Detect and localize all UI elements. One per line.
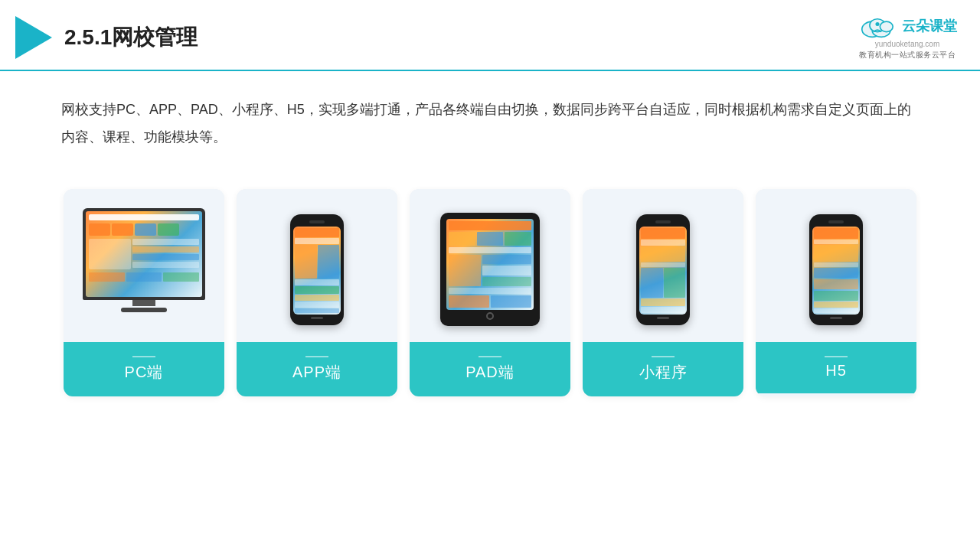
pc-stand [132, 300, 155, 306]
card-pad-image [410, 189, 570, 342]
logo-tagline: 教育机构一站式服务云平台 [859, 50, 956, 60]
description-text: 网校支持PC、APP、PAD、小程序、H5，实现多端打通，产品各终端自由切换，数… [0, 71, 980, 166]
card-app-label: APP端 [237, 342, 397, 396]
cloud-logo-container: 云朵课堂 [858, 14, 957, 38]
card-h5: H5 [756, 189, 916, 396]
phone-home-h5 [830, 317, 842, 319]
pc-mockup [79, 208, 209, 331]
card-app-image [237, 189, 397, 342]
card-app: APP端 [237, 189, 397, 396]
phone-screen [293, 227, 341, 315]
card-h5-image [756, 189, 916, 342]
pad-screen [446, 219, 534, 310]
card-pad: PAD端 [410, 189, 570, 396]
card-miniprogram-image [583, 189, 743, 342]
card-h5-label: H5 [756, 342, 916, 393]
h5-screen [812, 227, 860, 315]
svg-point-3 [880, 21, 893, 31]
card-miniprogram: 小程序 [583, 189, 743, 396]
pad-mockup [440, 213, 540, 326]
card-pad-label: PAD端 [410, 342, 570, 396]
header-left: 2.5.1网校管理 [15, 16, 198, 59]
page-title: 2.5.1网校管理 [64, 23, 198, 52]
logo-url: yunduoketang.com [875, 40, 940, 48]
h5-phone-mockup [809, 214, 863, 325]
play-icon [15, 16, 52, 59]
miniprogram-screen [639, 227, 687, 315]
pc-screen-outer [83, 208, 205, 300]
phone-notch-h5 [828, 220, 844, 223]
app-phone-mockup [290, 214, 344, 325]
header: 2.5.1网校管理 云朵课堂 yunduoketang.com 教育机构一站式服… [0, 0, 980, 71]
card-pc-image [64, 189, 224, 342]
card-pc-label: PC端 [64, 342, 224, 396]
svg-point-4 [875, 22, 879, 26]
logo-name-text: 云朵课堂 [902, 17, 957, 35]
pc-base [121, 308, 167, 312]
phone-notch [309, 220, 325, 223]
phone-home-mini [657, 317, 669, 319]
cards-container: PC端 [0, 174, 980, 412]
phone-home-btn [311, 317, 323, 319]
miniprogram-phone-mockup [636, 214, 690, 325]
description-paragraph: 网校支持PC、APP、PAD、小程序、H5，实现多端打通，产品各终端自由切换，数… [61, 96, 919, 151]
pad-home-btn [486, 312, 494, 320]
card-miniprogram-label: 小程序 [583, 342, 743, 396]
cloud-icon [858, 14, 897, 38]
phone-notch-mini [655, 220, 671, 223]
pc-screen-inner [86, 211, 202, 297]
card-pc: PC端 [64, 189, 224, 396]
brand-logo: 云朵课堂 yunduoketang.com 教育机构一站式服务云平台 [858, 14, 957, 60]
